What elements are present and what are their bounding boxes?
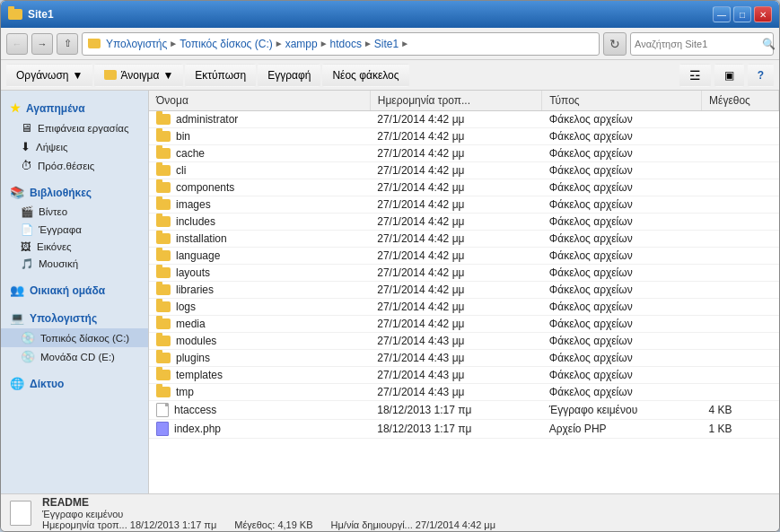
documents-icon: 📄	[21, 223, 33, 236]
forward-button[interactable]: →	[31, 33, 53, 55]
view-toggle-button[interactable]: ☲	[679, 64, 711, 87]
status-file-icon	[10, 501, 31, 526]
sidebar-computer-header[interactable]: 💻 Υπολογιστής	[1, 308, 148, 328]
file-type: Φάκελος αρχείων	[542, 299, 702, 316]
view-size-button[interactable]: ▣	[714, 64, 744, 87]
sidebar-item-documents[interactable]: 📄 Έγγραφα	[1, 221, 148, 239]
write-button[interactable]: Εγγραφή	[258, 64, 320, 87]
file-type: Φάκελος αρχείων	[542, 111, 702, 128]
breadcrumb-drive[interactable]: Τοπικός δίσκος (C:)	[180, 38, 273, 50]
breadcrumb-bar[interactable]: Υπολογιστής ► Τοπικός δίσκος (C:) ► xamp…	[82, 32, 600, 56]
sidebar-section-favorites: ★ Αγαπημένα 🖥 Επιφάνεια εργασίας ⬇ Λήψει…	[1, 98, 148, 175]
network-icon: 🌐	[10, 377, 24, 390]
search-bar[interactable]: 🔍	[630, 32, 774, 56]
file-type: Φάκελος αρχείων	[542, 333, 702, 350]
breadcrumb-htdocs[interactable]: htdocs	[330, 38, 362, 50]
table-row[interactable]: media 27/1/2014 4:42 μμ Φάκελος αρχείων	[149, 316, 779, 333]
file-date: 27/1/2014 4:42 μμ	[370, 196, 542, 214]
file-date: 27/1/2014 4:42 μμ	[370, 128, 542, 145]
print-button[interactable]: Εκτύπωση	[185, 64, 256, 87]
table-row[interactable]: administrator 27/1/2014 4:42 μμ Φάκελος …	[149, 111, 779, 128]
folder-icon	[156, 233, 171, 244]
file-name: media	[176, 318, 206, 330]
maximize-button[interactable]: □	[733, 6, 751, 22]
table-row[interactable]: libraries 27/1/2014 4:42 μμ Φάκελος αρχε…	[149, 282, 779, 299]
table-row[interactable]: language 27/1/2014 4:42 μμ Φάκελος αρχεί…	[149, 248, 779, 265]
recent-icon: ⏱	[21, 159, 32, 172]
sidebar-homegroup-header[interactable]: 👥 Οικιακή ομάδα	[1, 280, 148, 301]
file-type: Φάκελος αρχείων	[542, 196, 702, 214]
status-created: Ημ/νία δημιουργί... 27/1/2014 4:42 μμ	[331, 519, 495, 530]
close-button[interactable]: ✕	[754, 6, 772, 22]
file-date: 27/1/2014 4:42 μμ	[370, 248, 542, 265]
file-size	[702, 384, 779, 401]
column-header-size[interactable]: Μέγεθος	[702, 91, 779, 111]
file-size	[702, 214, 779, 231]
file-name: images	[176, 198, 211, 211]
sidebar: ★ Αγαπημένα 🖥 Επιφάνεια εργασίας ⬇ Λήψει…	[1, 91, 149, 493]
file-name: logs	[176, 301, 196, 313]
file-date: 27/1/2014 4:42 μμ	[370, 214, 542, 231]
search-input[interactable]	[635, 39, 758, 49]
sidebar-item-video[interactable]: 🎬 Βίντεο	[1, 203, 148, 221]
file-name: templates	[176, 369, 223, 381]
up-button[interactable]: ⇧	[57, 33, 78, 55]
table-row[interactable]: templates 27/1/2014 4:43 μμ Φάκελος αρχε…	[149, 367, 779, 384]
sidebar-item-images[interactable]: 🖼 Εικόνες	[1, 239, 148, 255]
file-size	[702, 333, 779, 350]
status-info: README Έγγραφο κειμένου Ημερομηνία τροπ.…	[42, 496, 495, 530]
images-icon: 🖼	[21, 241, 31, 252]
minimize-button[interactable]: —	[713, 6, 731, 22]
table-row[interactable]: includes 27/1/2014 4:42 μμ Φάκελος αρχεί…	[149, 214, 779, 231]
table-row[interactable]: modules 27/1/2014 4:43 μμ Φάκελος αρχείω…	[149, 333, 779, 350]
table-row[interactable]: components 27/1/2014 4:42 μμ Φάκελος αρχ…	[149, 179, 779, 196]
new-folder-button[interactable]: Νέος φάκελος	[322, 64, 408, 87]
table-row[interactable]: logs 27/1/2014 4:42 μμ Φάκελος αρχείων	[149, 299, 779, 316]
breadcrumb-xampp[interactable]: xampp	[285, 38, 318, 50]
table-row[interactable]: bin 27/1/2014 4:42 μμ Φάκελος αρχείων	[149, 128, 779, 145]
column-header-name[interactable]: Όνομα	[149, 91, 370, 111]
file-size	[702, 196, 779, 214]
sidebar-item-cd-drive[interactable]: 💿 Μονάδα CD (E:)	[1, 347, 148, 366]
organize-button[interactable]: Οργάνωση ▼	[6, 64, 92, 87]
open-button[interactable]: Άνοιγμα ▼	[94, 64, 183, 87]
table-row[interactable]: index.php 18/12/2013 1:17 πμ Αρχείο PHP …	[149, 420, 779, 439]
downloads-icon: ⬇	[21, 140, 31, 153]
computer-icon: 💻	[10, 311, 24, 325]
table-row[interactable]: images 27/1/2014 4:42 μμ Φάκελος αρχείων	[149, 196, 779, 214]
sidebar-network-header[interactable]: 🌐 Δίκτυο	[1, 373, 148, 394]
file-type: Φάκελος αρχείων	[542, 162, 702, 179]
breadcrumb-site1[interactable]: Site1	[374, 38, 399, 50]
table-row[interactable]: cache 27/1/2014 4:42 μμ Φάκελος αρχείων	[149, 145, 779, 162]
folder-icon	[156, 216, 171, 227]
column-header-type[interactable]: Τύπος	[542, 91, 702, 111]
sidebar-item-desktop[interactable]: 🖥 Επιφάνεια εργασίας	[1, 118, 148, 137]
folder-icon	[156, 267, 171, 278]
table-row[interactable]: tmp 27/1/2014 4:43 μμ Φάκελος αρχείων	[149, 384, 779, 401]
view-controls: ☲ ▣ ?	[679, 64, 774, 87]
table-row[interactable]: installation 27/1/2014 4:42 μμ Φάκελος α…	[149, 231, 779, 248]
column-header-date[interactable]: Ημερομηνία τροπ...	[370, 91, 542, 111]
table-row[interactable]: htaccess 18/12/2013 1:17 πμ Έγγραφο κειμ…	[149, 401, 779, 420]
table-row[interactable]: plugins 27/1/2014 4:43 μμ Φάκελος αρχείω…	[149, 350, 779, 367]
chevron-down-icon: ▼	[73, 69, 83, 82]
refresh-button[interactable]: ↻	[603, 32, 627, 56]
sidebar-item-music[interactable]: 🎵 Μουσική	[1, 255, 148, 273]
sidebar-favorites-header[interactable]: ★ Αγαπημένα	[1, 98, 148, 118]
sidebar-item-recent[interactable]: ⏱ Πρόσ.θέσεις	[1, 156, 148, 175]
folder-icon-small	[104, 70, 117, 80]
folder-icon	[156, 131, 171, 142]
library-icon: 📚	[10, 186, 24, 199]
file-type: Αρχείο PHP	[542, 420, 702, 439]
file-type: Έγγραφο κειμένου	[542, 401, 702, 420]
breadcrumb-computer[interactable]: Υπολογιστής	[106, 38, 167, 50]
table-row[interactable]: layouts 27/1/2014 4:42 μμ Φάκελος αρχείω…	[149, 265, 779, 282]
sidebar-item-downloads[interactable]: ⬇ Λήψεις	[1, 137, 148, 156]
video-icon: 🎬	[21, 205, 33, 218]
file-name: tmp	[176, 386, 194, 398]
table-row[interactable]: cli 27/1/2014 4:42 μμ Φάκελος αρχείων	[149, 162, 779, 179]
sidebar-libraries-header[interactable]: 📚 Βιβλιοθήκες	[1, 182, 148, 203]
back-button[interactable]: ←	[6, 33, 28, 55]
help-button[interactable]: ?	[748, 64, 774, 87]
sidebar-item-local-disk[interactable]: 💿 Τοπικός δίσκος (C:)	[1, 328, 148, 347]
